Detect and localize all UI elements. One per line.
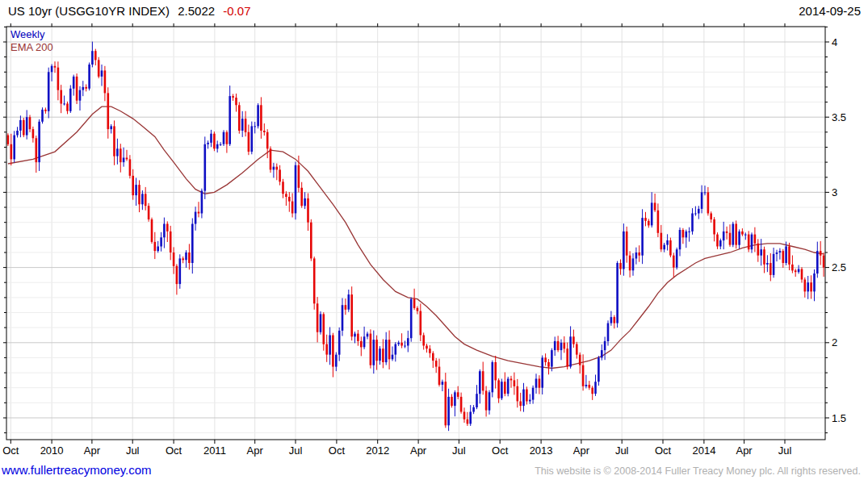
svg-text:2: 2: [832, 336, 837, 348]
svg-text:Oct: Oct: [2, 444, 19, 457]
footer-row: www.fullertreacymoney.com This website i…: [2, 463, 861, 477]
svg-text:Oct: Oct: [329, 444, 346, 457]
svg-text:3.5: 3.5: [832, 111, 846, 123]
svg-text:Oct: Oct: [492, 444, 509, 457]
svg-text:2014: 2014: [692, 444, 715, 457]
svg-text:1.5: 1.5: [832, 412, 846, 424]
chart-legend: Weekly EMA 200: [10, 28, 53, 54]
website-link[interactable]: www.fullertreacymoney.com: [2, 463, 152, 477]
legend-ema-label: EMA 200: [10, 41, 53, 54]
svg-text:Apr: Apr: [736, 444, 753, 457]
svg-text:3: 3: [832, 186, 837, 198]
svg-text:Apr: Apr: [247, 444, 264, 457]
svg-text:Oct: Oct: [655, 444, 672, 457]
svg-text:2012: 2012: [366, 444, 389, 457]
vertical-gridlines: [10, 27, 785, 440]
svg-text:Jul: Jul: [452, 444, 466, 457]
svg-text:Oct: Oct: [166, 444, 182, 457]
minor-gridlines: [6, 27, 825, 432]
svg-text:Apr: Apr: [573, 444, 590, 457]
svg-text:4: 4: [832, 36, 837, 48]
chart-page: US 10yr (USGG10YR INDEX) 2.5022 -0.07 20…: [0, 0, 868, 484]
copyright-text: This website is © 2008-2014 Fuller Treac…: [535, 465, 861, 477]
legend-weekly-label: Weekly: [10, 28, 53, 41]
major-gridlines: [6, 42, 825, 418]
svg-text:2010: 2010: [40, 444, 64, 457]
svg-text:2013: 2013: [530, 444, 553, 457]
svg-text:Jul: Jul: [615, 444, 629, 457]
svg-text:Jul: Jul: [126, 444, 140, 457]
svg-text:Apr: Apr: [84, 444, 101, 457]
y-axis-labels: 1.522.533.54: [832, 36, 846, 424]
svg-text:2011: 2011: [203, 444, 226, 457]
svg-text:2.5: 2.5: [832, 261, 846, 273]
svg-text:Jul: Jul: [778, 444, 792, 457]
price-chart: Oct2010AprJulOct2011AprJulOct2012AprJulO…: [0, 0, 868, 461]
plot-border: [6, 27, 825, 440]
axis-ticks: [3, 23, 829, 444]
x-axis-labels: Oct2010AprJulOct2011AprJulOct2012AprJulO…: [2, 444, 791, 457]
svg-text:Jul: Jul: [289, 444, 303, 457]
svg-text:Apr: Apr: [410, 444, 427, 457]
candlestick-chart-svg: Oct2010AprJulOct2011AprJulOct2012AprJulO…: [0, 0, 868, 461]
